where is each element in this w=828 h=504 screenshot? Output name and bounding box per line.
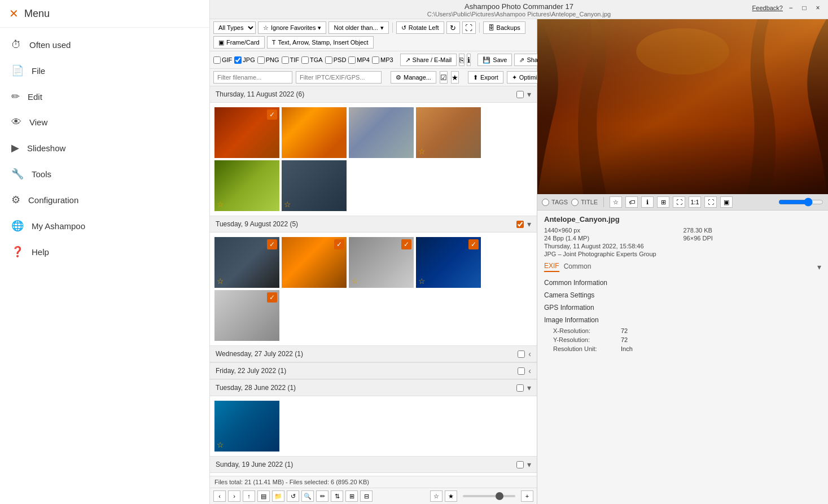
nav-search-btn[interactable]: 🔍 bbox=[301, 490, 314, 502]
png-checkbox-label[interactable]: PNG bbox=[257, 56, 279, 64]
thumbnail[interactable]: ✓☆ bbox=[349, 237, 414, 288]
expand-btn[interactable]: ‹ bbox=[528, 366, 531, 375]
save-btn[interactable]: 💾 Save bbox=[477, 54, 512, 66]
group-checkbox[interactable] bbox=[516, 461, 524, 468]
text-arrow-btn[interactable]: T Text, Arrow, Stamp, Insert Object bbox=[267, 36, 374, 49]
jpg-checkbox[interactable] bbox=[234, 56, 242, 64]
group-checkbox[interactable] bbox=[518, 367, 525, 375]
mp4-checkbox[interactable] bbox=[348, 56, 356, 64]
nav-refresh-btn[interactable]: ↺ bbox=[287, 490, 299, 502]
tif-checkbox[interactable] bbox=[282, 56, 289, 64]
thumbnail[interactable]: ☆ bbox=[282, 107, 347, 158]
tags-tab[interactable]: TAGS bbox=[542, 199, 568, 206]
sidebar-item-file[interactable]: 📄 File bbox=[0, 58, 209, 84]
share-email-btn[interactable]: ↗ Share / E-Mail bbox=[400, 54, 457, 66]
camera-settings-item[interactable]: Camera Settings bbox=[544, 289, 821, 301]
group-checkbox[interactable] bbox=[516, 91, 524, 98]
png-checkbox[interactable] bbox=[257, 56, 265, 64]
file-type-select[interactable]: All Types bbox=[213, 21, 256, 34]
thumbnail[interactable]: ☆ bbox=[416, 107, 481, 158]
title-radio[interactable] bbox=[571, 199, 579, 206]
filter-filename-input[interactable] bbox=[213, 71, 292, 84]
exif-expand-icon[interactable]: ▾ bbox=[817, 262, 821, 271]
exif-tab[interactable]: EXIF bbox=[544, 262, 559, 272]
nav-edit-btn[interactable]: ✏ bbox=[316, 490, 328, 502]
preview-tag-btn[interactable]: 🏷 bbox=[625, 196, 638, 208]
nav-grid2-btn[interactable]: ⊟ bbox=[360, 490, 373, 502]
sidebar-item-configuration[interactable]: ⚙ Configuration bbox=[0, 187, 209, 213]
filter-iptc-input[interactable] bbox=[296, 71, 382, 84]
group-checkbox[interactable] bbox=[516, 221, 524, 228]
gps-information-item[interactable]: GPS Information bbox=[544, 301, 821, 314]
sidebar-item-help[interactable]: ❓ Help bbox=[0, 239, 209, 265]
preview-info-btn[interactable]: ℹ bbox=[641, 196, 654, 208]
frame-card-btn[interactable]: ▣ Frame/Card bbox=[213, 36, 265, 49]
zoom-slider-thumb[interactable] bbox=[496, 492, 503, 500]
gif-checkbox-label[interactable]: GIF bbox=[213, 56, 232, 64]
sidebar-item-often-used[interactable]: ⏱ Often used bbox=[0, 32, 209, 58]
nav-folder-btn[interactable]: 📁 bbox=[272, 490, 284, 502]
thumbnail[interactable]: ☆ bbox=[214, 160, 279, 211]
maximize-button[interactable]: □ bbox=[799, 3, 810, 12]
nav-star-btn[interactable]: ☆ bbox=[430, 490, 443, 502]
preview-screen-btn[interactable]: ▣ bbox=[720, 196, 733, 208]
tif-checkbox-label[interactable]: TIF bbox=[282, 56, 300, 64]
ignore-favorites-btn[interactable]: ☆ Ignore Favorites ▾ bbox=[258, 21, 326, 34]
preview-zoom-slider[interactable] bbox=[778, 198, 823, 207]
thumbnail[interactable]: ☆ bbox=[214, 401, 279, 452]
expand-btn[interactable]: ▾ bbox=[527, 460, 531, 469]
nav-view-btn[interactable]: ▤ bbox=[257, 490, 270, 502]
jpg-checkbox-label[interactable]: JPG bbox=[234, 56, 255, 64]
preview-actual-btn[interactable]: 1:1 bbox=[689, 196, 701, 208]
feedback-link[interactable]: Feedback? bbox=[752, 5, 783, 11]
nav-star2-btn[interactable]: ★ bbox=[445, 490, 457, 502]
preview-grid-btn[interactable]: ⊞ bbox=[657, 196, 669, 208]
nav-sort-btn[interactable]: ⇅ bbox=[331, 490, 343, 502]
export-btn[interactable]: ⬆ Export bbox=[468, 71, 503, 84]
common-tab[interactable]: Common bbox=[564, 262, 592, 271]
gif-checkbox[interactable] bbox=[213, 56, 221, 64]
psd-checkbox-label[interactable]: PSD bbox=[325, 56, 347, 64]
expand-btn[interactable]: ▾ bbox=[527, 90, 531, 99]
mp4-checkbox-label[interactable]: MP4 bbox=[348, 56, 370, 64]
tags-radio[interactable] bbox=[542, 199, 549, 206]
preview-fit-btn[interactable]: ⛶ bbox=[673, 196, 685, 208]
nav-back-btn[interactable]: ‹ bbox=[213, 490, 226, 502]
tga-checkbox-label[interactable]: TGA bbox=[301, 56, 323, 64]
group-checkbox[interactable] bbox=[516, 384, 524, 392]
thumbnail[interactable]: ☆ bbox=[282, 160, 347, 211]
expand-btn[interactable]: ▾ bbox=[527, 220, 531, 229]
title-tab[interactable]: TITLE bbox=[571, 199, 598, 206]
zoom-slider-track[interactable] bbox=[463, 495, 516, 497]
checkbox-icon-btn[interactable]: ☑ bbox=[440, 71, 448, 84]
info-btn[interactable]: ℹ bbox=[467, 54, 471, 66]
screen-btn[interactable]: ⛶ bbox=[462, 21, 476, 34]
copy-btn[interactable]: ⎘ bbox=[459, 54, 465, 66]
common-information-item[interactable]: Common Information bbox=[544, 277, 821, 289]
rotate-left-btn[interactable]: ↺ Rotate Left bbox=[396, 21, 444, 34]
gallery-scroll[interactable]: Thursday, 11 August 2022 (6)▾✓☆☆☆☆Tuesda… bbox=[210, 86, 537, 476]
tga-checkbox[interactable] bbox=[301, 56, 309, 64]
star-icon-btn[interactable]: ★ bbox=[451, 71, 459, 84]
psd-checkbox[interactable] bbox=[325, 56, 332, 64]
nav-up-btn[interactable]: ↑ bbox=[243, 490, 255, 502]
thumbnail[interactable]: ✓☆ bbox=[282, 237, 347, 288]
sidebar-item-tools[interactable]: 🔧 Tools bbox=[0, 161, 209, 187]
expand-btn[interactable]: ▾ bbox=[527, 383, 531, 392]
thumbnail[interactable]: ✓ bbox=[214, 107, 279, 158]
sidebar-item-slideshow[interactable]: ▶ Slideshow bbox=[0, 135, 209, 161]
sidebar-item-my-ashampoo[interactable]: 🌐 My Ashampoo bbox=[0, 213, 209, 239]
image-information-item[interactable]: Image Information bbox=[544, 314, 821, 326]
manage-btn[interactable]: ⚙ Manage... bbox=[391, 71, 436, 84]
close-button[interactable]: × bbox=[812, 3, 823, 12]
thumbnail[interactable]: ✓ bbox=[214, 290, 279, 341]
preview-star-btn[interactable]: ☆ bbox=[610, 196, 622, 208]
sidebar-item-edit[interactable]: ✏ Edit bbox=[0, 84, 209, 109]
preview-full-btn[interactable]: ⛶ bbox=[704, 196, 717, 208]
group-checkbox[interactable] bbox=[518, 350, 525, 358]
backups-btn[interactable]: 🗄 Backups bbox=[483, 21, 525, 34]
zoom-in-btn[interactable]: + bbox=[521, 490, 533, 502]
sidebar-item-view[interactable]: 👁 View bbox=[0, 109, 209, 135]
nav-grid-btn[interactable]: ⊞ bbox=[345, 490, 358, 502]
close-menu-icon[interactable]: ✕ bbox=[9, 7, 19, 20]
